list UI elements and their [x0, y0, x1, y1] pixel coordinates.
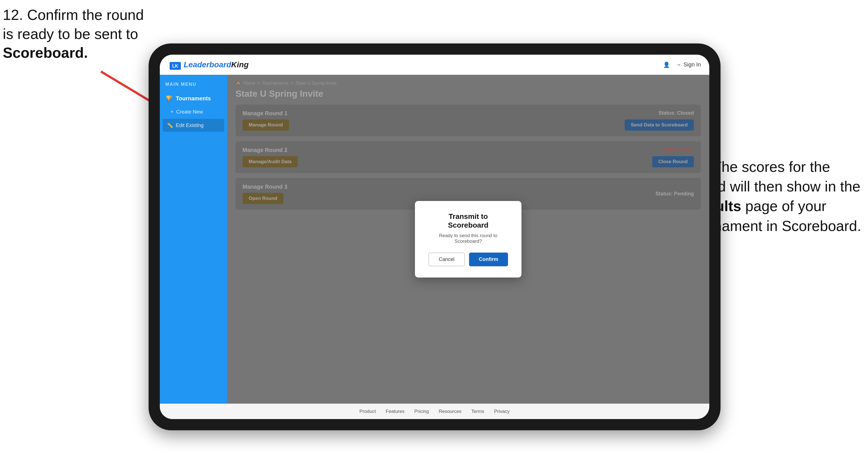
sidebar-item-edit-existing[interactable]: ✏️ Edit Existing	[163, 119, 224, 132]
sidebar-item-tournaments[interactable]: 🏆 Tournaments	[160, 91, 227, 106]
modal-buttons: Cancel Confirm	[429, 253, 507, 266]
sidebar-tournaments-label: Tournaments	[176, 95, 211, 102]
sidebar: MAIN MENU 🏆 Tournaments + Create New ✏️ …	[160, 75, 227, 404]
app-container: LK LeaderboardKing 👤 → Sign In	[160, 55, 709, 419]
modal-subtitle: Ready to send this round to Scoreboard?	[429, 233, 507, 244]
transmit-modal: Transmit to Scoreboard Ready to send thi…	[415, 201, 522, 278]
tablet-screen: LK LeaderboardKing 👤 → Sign In	[160, 55, 709, 419]
footer-link-product[interactable]: Product	[360, 409, 376, 414]
user-icon: 👤	[663, 61, 670, 68]
footer-link-privacy[interactable]: Privacy	[494, 409, 510, 414]
top-nav: LK LeaderboardKing 👤 → Sign In	[160, 55, 709, 75]
trophy-icon: 🏆	[165, 95, 173, 102]
confirm-button[interactable]: Confirm	[469, 253, 508, 266]
footer-link-pricing[interactable]: Pricing	[414, 409, 429, 414]
annotation-top: 12. Confirm the round is ready to be sen…	[3, 6, 160, 63]
main-menu-label: MAIN MENU	[160, 82, 227, 91]
logo-text: LeaderboardKing	[184, 60, 249, 69]
annotation-line2: is ready to be sent to	[3, 26, 138, 42]
annotation-line1: 12. Confirm the round	[3, 7, 144, 23]
sidebar-create-new-label: Create New	[176, 109, 203, 115]
main-content: MAIN MENU 🏆 Tournaments + Create New ✏️ …	[160, 75, 709, 404]
edit-icon: ✏️	[167, 122, 173, 128]
tablet-device: LK LeaderboardKing 👤 → Sign In	[149, 43, 720, 430]
footer-link-terms[interactable]: Terms	[471, 409, 484, 414]
cancel-button[interactable]: Cancel	[428, 253, 465, 266]
modal-title: Transmit to Scoreboard	[429, 212, 507, 229]
footer-link-features[interactable]: Features	[386, 409, 405, 414]
nav-right: 👤 → Sign In	[663, 61, 701, 68]
logo-area: LK LeaderboardKing	[168, 59, 249, 70]
plus-icon: +	[170, 109, 174, 115]
footer-link-resources[interactable]: Resources	[439, 409, 462, 414]
footer: Product Features Pricing Resources Terms…	[160, 404, 709, 419]
annotation-line3: Scoreboard.	[3, 44, 88, 61]
sign-in-arrow-icon: →	[676, 61, 681, 68]
svg-text:LK: LK	[172, 64, 178, 68]
modal-overlay: Transmit to Scoreboard Ready to send thi…	[227, 75, 709, 404]
sidebar-item-create-new[interactable]: + Create New	[160, 106, 227, 118]
page-content: 🏠 Home > Tournaments > State U Spring In…	[227, 75, 709, 404]
logo-icon: LK	[168, 59, 182, 70]
sign-in-button[interactable]: → Sign In	[676, 61, 701, 68]
sidebar-edit-existing-label: Edit Existing	[176, 123, 204, 128]
